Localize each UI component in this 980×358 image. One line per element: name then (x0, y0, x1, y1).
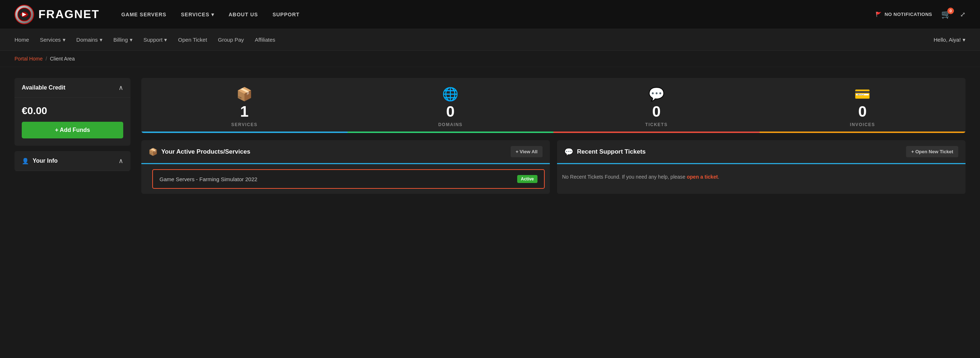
invoices-label: INVOICES (850, 122, 875, 127)
breadcrumb-separator: / (46, 56, 47, 62)
top-nav: FRAGNET GAME SERVERS SERVICES ▾ ABOUT US… (0, 0, 980, 29)
secondary-nav: Home Services ▾ Domains ▾ Billing ▾ Supp… (0, 29, 980, 51)
products-title-text: Your Active Products/Services (161, 148, 250, 156)
nav-support[interactable]: Support ▾ (143, 37, 167, 43)
credit-amount: €0.00 (22, 105, 47, 117)
open-new-ticket-button[interactable]: + Open New Ticket (906, 146, 958, 157)
greeting-arrow-icon: ▾ (963, 37, 966, 43)
stats-area: 📦 1 SERVICES 🌐 0 DOMAINS 💬 0 TICKETS 💳 0… (142, 78, 966, 194)
available-credit-header: Available Credit ∧ (14, 78, 130, 98)
logo-text: FRAGNET (38, 8, 100, 21)
expand-icon[interactable]: ⤢ (960, 11, 966, 19)
your-info-header: 👤 Your Info ∧ (14, 151, 130, 171)
invoices-icon: 💳 (854, 87, 870, 102)
products-icon: 📦 (149, 148, 158, 156)
open-ticket-link[interactable]: open a ticket (687, 174, 718, 180)
greeting-text: Hello, Aiya! (934, 37, 961, 43)
sec-nav-links: Home Services ▾ Domains ▾ Billing ▾ Supp… (14, 37, 275, 43)
available-credit-card: Available Credit ∧ €0.00 + Add Funds (14, 78, 130, 146)
services-icon: 📦 (236, 87, 253, 102)
bottom-row: 📦 Your Active Products/Services + View A… (142, 140, 966, 194)
services-label: SERVICES (231, 122, 257, 127)
stat-tickets[interactable]: 💬 0 TICKETS (554, 78, 760, 133)
services-arrow-icon: ▾ (63, 37, 65, 43)
view-all-button[interactable]: + View All (511, 146, 542, 157)
nav-domains[interactable]: Domains ▾ (76, 37, 103, 43)
tickets-count: 0 (652, 104, 661, 119)
billing-arrow-icon: ▾ (130, 37, 133, 43)
breadcrumb: Portal Home / Client Area (14, 56, 966, 62)
top-nav-services[interactable]: SERVICES ▾ (181, 11, 214, 18)
tickets-panel-header: 💬 Recent Support Tickets + Open New Tick… (557, 140, 966, 164)
stat-invoices[interactable]: 💳 0 INVOICES (760, 78, 966, 133)
nav-group-pay[interactable]: Group Pay (218, 37, 244, 43)
products-panel-header: 📦 Your Active Products/Services + View A… (142, 140, 550, 164)
no-tickets-text: No Recent Tickets Found. If you need any… (562, 169, 961, 185)
service-item[interactable]: Game Servers - Farming Simulator 2022 Ac… (152, 169, 545, 189)
sidebar: Available Credit ∧ €0.00 + Add Funds 👤 Y… (14, 78, 130, 194)
available-credit-title: Available Credit (22, 84, 65, 91)
top-nav-about-us[interactable]: ABOUT US (229, 11, 258, 18)
nav-affiliates[interactable]: Affiliates (255, 37, 275, 43)
top-nav-support[interactable]: SUPPORT (272, 11, 300, 18)
service-name: Game Servers - Farming Simulator 2022 (159, 176, 257, 182)
tickets-icon: 💬 (648, 87, 665, 102)
top-nav-game-servers[interactable]: GAME SERVERS (121, 11, 167, 18)
notifications-label: NO NOTIFICATIONS (885, 11, 932, 17)
tickets-panel-title: 💬 Recent Support Tickets (564, 148, 646, 156)
tickets-title-text: Recent Support Tickets (577, 148, 646, 156)
invoices-count: 0 (858, 104, 867, 119)
logo[interactable]: FRAGNET (14, 5, 100, 24)
cart-button[interactable]: 🛒 0 (941, 10, 951, 19)
nav-billing[interactable]: Billing ▾ (113, 37, 133, 43)
services-count: 1 (240, 104, 249, 119)
breadcrumb-home[interactable]: Portal Home (14, 56, 43, 62)
add-funds-button[interactable]: + Add Funds (22, 122, 123, 138)
domains-label: DOMAINS (438, 122, 463, 127)
nav-services[interactable]: Services ▾ (40, 37, 65, 43)
logo-icon (14, 5, 34, 24)
flag-icon: 🚩 (876, 11, 882, 17)
nav-open-ticket[interactable]: Open Ticket (178, 37, 207, 43)
main-content: Available Credit ∧ €0.00 + Add Funds 👤 Y… (0, 67, 980, 205)
domains-count: 0 (446, 104, 455, 119)
user-greeting[interactable]: Hello, Aiya! ▾ (934, 37, 966, 43)
cart-badge: 0 (947, 8, 954, 14)
notifications[interactable]: 🚩 NO NOTIFICATIONS (876, 11, 932, 17)
your-info-title: Your Info (33, 158, 57, 164)
tickets-label: TICKETS (645, 122, 668, 127)
support-arrow-icon: ▾ (164, 37, 167, 43)
top-nav-right: 🚩 NO NOTIFICATIONS 🛒 0 ⤢ (876, 10, 966, 19)
tickets-panel-icon: 💬 (564, 148, 573, 156)
tickets-panel-body: No Recent Tickets Found. If you need any… (557, 164, 966, 189)
credit-chevron-icon[interactable]: ∧ (119, 84, 123, 92)
breadcrumb-current: Client Area (50, 56, 75, 62)
your-info-card: 👤 Your Info ∧ (14, 151, 130, 171)
services-dropdown-icon: ▾ (211, 11, 214, 18)
domains-arrow-icon: ▾ (100, 37, 103, 43)
nav-home[interactable]: Home (14, 37, 29, 43)
top-nav-links: GAME SERVERS SERVICES ▾ ABOUT US SUPPORT (121, 11, 876, 18)
stat-services[interactable]: 📦 1 SERVICES (142, 78, 348, 133)
products-panel-title: 📦 Your Active Products/Services (149, 148, 250, 156)
person-icon: 👤 (22, 158, 29, 164)
stats-row: 📦 1 SERVICES 🌐 0 DOMAINS 💬 0 TICKETS 💳 0… (142, 78, 966, 133)
products-panel-body: ➤ Game Servers - Farming Simulator 2022 … (142, 164, 550, 194)
stat-domains[interactable]: 🌐 0 DOMAINS (348, 78, 554, 133)
domains-icon: 🌐 (442, 87, 458, 102)
info-chevron-icon[interactable]: ∧ (119, 157, 123, 165)
active-badge: Active (517, 175, 538, 183)
available-credit-body: €0.00 + Add Funds (14, 98, 130, 146)
breadcrumb-bar: Portal Home / Client Area (0, 51, 980, 67)
tickets-panel: 💬 Recent Support Tickets + Open New Tick… (557, 140, 966, 194)
products-panel: 📦 Your Active Products/Services + View A… (142, 140, 550, 194)
